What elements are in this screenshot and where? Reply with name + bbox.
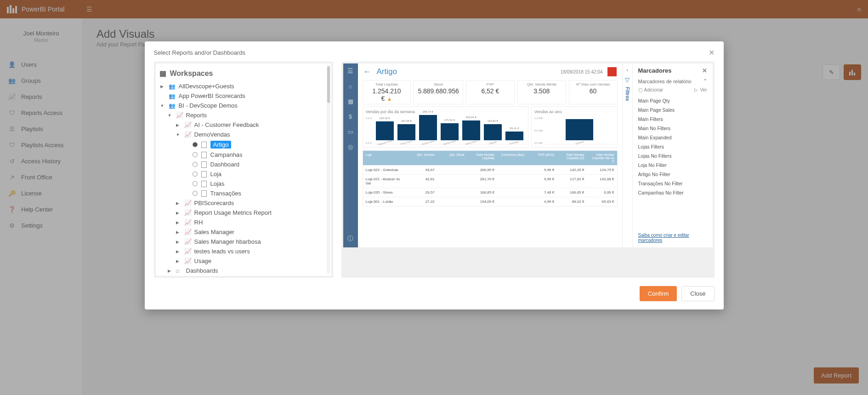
filters-icon: ▽ [625,76,630,83]
ws-testsec[interactable]: ▶BI - Test Security [159,275,326,278]
report-demovendas[interactable]: ▼📈DemoVendas [159,130,326,139]
bookmark-item[interactable]: Main Expanded [638,133,707,142]
workspaces-header: Workspaces [170,69,213,78]
bookmark-item[interactable]: Artigo No Filter [638,170,707,179]
report-menu-icon[interactable]: ☰ [347,67,353,74]
table-row[interactable]: Loja 021 - Alcácer do Sal42,81261,70 €5,… [363,174,617,188]
table-row[interactable]: Loja 001 - Lobão27,22154,05 €4,99 €89,02… [363,197,617,206]
kpi-card: Nº Dias com Vendas60 [569,80,618,104]
report-page-lojas[interactable]: Lojas [159,179,326,189]
tree-scrollbar[interactable] [327,65,330,274]
nav-money-icon[interactable]: $ [349,113,352,120]
kpi-card: Total Líquidas1.254.210 €▲ [363,80,411,104]
nav-target-icon[interactable]: ◎ [348,143,353,150]
chart-weekday-sales: Vendas por dia da semana 0,2 K0,0 K 194,… [363,106,528,148]
nav-info-icon[interactable]: ⓘ [347,235,353,243]
kpi-card: Qtd. Venda Média3.508 [517,80,566,104]
report-salesmanager[interactable]: ▶📈Sales Manager [159,227,326,237]
filters-label: Filtros [625,87,630,101]
confirm-button[interactable]: Confirm [640,286,677,301]
bookmark-item[interactable]: Main No Filters [638,124,707,133]
ws-scorecards[interactable]: App PowerBI Scorecards [159,91,326,101]
bookmark-item[interactable]: Main Page Qty [638,96,707,105]
dashboards-folder[interactable]: ▶⌂Dashboards [159,266,326,275]
report-title: Artigo [377,67,397,76]
nav-doc-icon[interactable]: ▭ [348,128,353,135]
report-salesmanager-hb[interactable]: ▶📈Sales Manager hbarbosa [159,237,326,246]
report-ai[interactable]: ▶📈AI - Customer Feedback [159,120,326,130]
modal-overlay: Select Reports and/or Dashboards ✕ ▦Work… [0,0,868,395]
report-nav: ☰ ⌂ ▦ $ ▭ ◎ ⓘ [343,63,358,247]
kpi-card: Stock5.889.680.956 [414,80,463,104]
nav-home-icon[interactable]: ⌂ [349,83,352,90]
back-icon[interactable]: ← [363,67,371,76]
close-button[interactable]: Close [681,286,714,301]
bookmark-item[interactable]: Main Filters [638,114,707,124]
report-page-artigo[interactable]: Artigo [159,139,326,150]
ws-devscope[interactable]: ▼BI - DevScope Demos [159,101,326,110]
report-pbiscorecards[interactable]: ▶📈PBIScorecards [159,198,326,208]
bookmarks-panel: Marcadores ✕ Marcadores de relatório ⌃ ▢… [632,63,713,247]
report-page-dashboard[interactable]: Dashboard [159,160,326,169]
bookmark-view[interactable]: ▷ Ver [694,87,707,92]
bookmark-item[interactable]: Loja No Filter [638,160,707,170]
report-preview: ☰ ⌂ ▦ $ ▭ ◎ ⓘ ←Artigo 18/09/2018 15:42:0… [341,62,715,278]
table-row[interactable]: Loja 022 - Grândola43,67266,95 €5,99 €14… [363,165,617,174]
modal: Select Reports and/or Dashboards ✕ ▦Work… [145,41,724,309]
bookmark-item[interactable]: Lojas No Filters [638,151,707,160]
report-usage[interactable]: ▶📈Usage [159,256,326,266]
report-page-loja[interactable]: Loja [159,169,326,179]
store-table: LojaQtd. VendasQtd. StockTotal Vendas Lí… [363,150,618,206]
chevron-up-icon[interactable]: ⌃ [703,78,707,84]
workspace-tree: ▦Workspaces ▶AllDevscope+Guests App Powe… [154,62,333,278]
table-row[interactable]: Loja 035 - Silves29,57166,85 €7,48 €166,… [363,188,617,197]
ws-alldevscope[interactable]: ▶AllDevscope+Guests [159,81,326,91]
chart-year-sales: Vendas ao ano 1,0 MK0,5 MK0,0 MK Senhora [531,106,618,148]
filters-panel-collapsed[interactable]: ‹ ▽ Filtros [622,63,632,247]
bookmark-item[interactable]: Main Page Sales [638,105,707,114]
report-testes[interactable]: ▶📈testes leads vs users [159,246,326,256]
modal-title: Select Reports and/or Dashboards [154,49,245,56]
report-page-transações[interactable]: Transações [159,189,326,198]
report-logo [607,67,617,76]
bookmark-item[interactable]: Lojas Filters [638,142,707,151]
workspaces-icon: ▦ [159,69,166,78]
modal-close-icon[interactable]: ✕ [709,48,715,57]
reports-folder[interactable]: ▼📈Reports [159,110,326,120]
bookmark-item[interactable]: Transações No Filter [638,179,707,188]
report-usage-metrics[interactable]: ▶📈Report Usage Metrics Report [159,208,326,218]
report-page-campanhas[interactable]: Campanhas [159,150,326,160]
bookmark-item[interactable]: Campanhas No Filter [638,188,707,197]
bookmark-add[interactable]: ▢ Adicionar [638,87,664,92]
nav-cal-icon[interactable]: ▦ [348,98,353,105]
bookmarks-title: Marcadores [638,67,672,74]
bookmarks-subtitle: Marcadores de relatório [638,79,692,84]
report-timestamp: 18/09/2018 15:42:04 [561,69,603,74]
bookmarks-close-icon[interactable]: ✕ [702,67,707,74]
report-rh[interactable]: ▶📈RH [159,218,326,227]
bookmarks-help-link[interactable]: Saiba como criar e editar marcadores [638,233,707,243]
chevron-left-icon: ‹ [626,67,628,73]
kpi-card: PVP6,52 € [466,80,515,104]
